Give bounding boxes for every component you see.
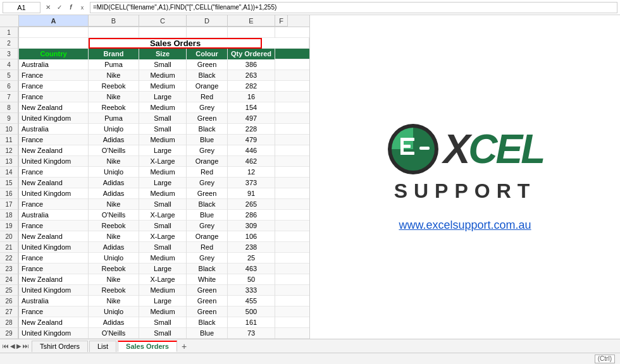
cell-e1[interactable] <box>228 27 275 38</box>
formula-input[interactable]: =MID(CELL("filename",A1),FIND("[",CELL("… <box>90 2 617 13</box>
cell-D19[interactable]: Grey <box>187 221 228 231</box>
cell-d1[interactable] <box>187 27 228 38</box>
row-num-5[interactable]: 5 <box>0 70 18 81</box>
cell-A8[interactable]: New Zealand <box>19 102 89 113</box>
cell-A19[interactable]: France <box>19 221 89 231</box>
cell-B28[interactable]: Adidas <box>89 317 139 328</box>
cell-E29[interactable]: 73 <box>228 328 275 339</box>
header-brand[interactable]: Brand <box>89 49 139 59</box>
cell-D17[interactable]: Black <box>187 199 228 210</box>
cell-E12[interactable]: 446 <box>228 145 275 156</box>
cell-A24[interactable]: New Zealand <box>19 274 89 285</box>
cell-B12[interactable]: O'Neills <box>89 145 139 156</box>
cell-A6[interactable]: France <box>19 81 89 92</box>
cell-A21[interactable]: United Kingdom <box>19 242 89 253</box>
cell-E4[interactable]: 386 <box>228 59 275 70</box>
cell-D14[interactable]: Red <box>187 167 228 178</box>
col-header-b[interactable]: B <box>89 15 139 27</box>
cell-a2[interactable] <box>19 38 89 49</box>
cell-a1[interactable] <box>19 27 89 38</box>
cell-A13[interactable]: United Kingdom <box>19 156 89 167</box>
cell-E24[interactable]: 50 <box>228 274 275 285</box>
cell-A20[interactable]: New Zealand <box>19 231 89 242</box>
cell-C14[interactable]: Medium <box>139 167 187 178</box>
row-num-2[interactable]: 2 <box>0 38 18 49</box>
cell-D10[interactable]: Black <box>187 124 228 135</box>
cell-D26[interactable]: Green <box>187 296 228 306</box>
cell-B13[interactable]: Nike <box>89 156 139 167</box>
cell-E16[interactable]: 91 <box>228 188 275 199</box>
cell-D20[interactable]: Orange <box>187 231 228 242</box>
cell-D29[interactable]: Blue <box>187 328 228 339</box>
cell-B25[interactable]: Reebok <box>89 285 139 296</box>
cell-B22[interactable]: Uniqlo <box>89 253 139 264</box>
cell-E5[interactable]: 263 <box>228 70 275 81</box>
next-sheet-icon[interactable]: ▶ <box>16 343 22 349</box>
cell-A27[interactable]: France <box>19 306 89 317</box>
row-num-3[interactable]: 3 <box>0 49 18 59</box>
cell-B27[interactable]: Uniqlo <box>89 306 139 317</box>
tab-list[interactable]: List <box>89 341 116 352</box>
cell-C20[interactable]: X-Large <box>139 231 187 242</box>
cell-D28[interactable]: Black <box>187 317 228 328</box>
function-icon[interactable]: f <box>66 3 76 13</box>
cell-b1[interactable] <box>89 27 139 38</box>
cell-B9[interactable]: Puma <box>89 113 139 124</box>
cell-D6[interactable]: Orange <box>187 81 228 92</box>
cell-C21[interactable]: Small <box>139 242 187 253</box>
row-num-10[interactable]: 10 <box>0 124 18 135</box>
cell-A18[interactable]: Australia <box>19 210 89 221</box>
cell-A9[interactable]: United Kingdom <box>19 113 89 124</box>
cell-A23[interactable]: France <box>19 264 89 274</box>
cell-A10[interactable]: Australia <box>19 124 89 135</box>
cell-C19[interactable]: Small <box>139 221 187 231</box>
row-num-9[interactable]: 9 <box>0 113 18 124</box>
cell-D7[interactable]: Red <box>187 92 228 102</box>
row-num-14[interactable]: 14 <box>0 167 18 178</box>
cell-C25[interactable]: Medium <box>139 285 187 296</box>
cell-C28[interactable]: Small <box>139 317 187 328</box>
cell-A26[interactable]: Australia <box>19 296 89 306</box>
row-num-25[interactable]: 25 <box>0 285 18 296</box>
cell-A25[interactable]: United Kingdom <box>19 285 89 296</box>
row-num-15[interactable]: 15 <box>0 178 18 188</box>
cell-e2[interactable] <box>262 38 309 49</box>
cell-D13[interactable]: Orange <box>187 156 228 167</box>
header-qty[interactable]: Qty Ordered <box>228 49 275 59</box>
cell-B18[interactable]: O'Neills <box>89 210 139 221</box>
cell-C4[interactable]: Small <box>139 59 187 70</box>
cell-A29[interactable]: United Kingdom <box>19 328 89 339</box>
row-num-21[interactable]: 21 <box>0 242 18 253</box>
cell-B15[interactable]: Adidas <box>89 178 139 188</box>
cell-B4[interactable]: Puma <box>89 59 139 70</box>
first-sheet-icon[interactable]: ⏮ <box>3 343 9 349</box>
cell-D9[interactable]: Green <box>187 113 228 124</box>
cell-E27[interactable]: 500 <box>228 306 275 317</box>
cell-C24[interactable]: X-Large <box>139 274 187 285</box>
row-num-7[interactable]: 7 <box>0 92 18 102</box>
row-num-13[interactable]: 13 <box>0 156 18 167</box>
title-cell[interactable]: Sales Orders <box>89 38 262 49</box>
cell-B5[interactable]: Nike <box>89 70 139 81</box>
row-num-29[interactable]: 29 <box>0 328 18 339</box>
row-num-19[interactable]: 19 <box>0 221 18 231</box>
row-num-6[interactable]: 6 <box>0 81 18 92</box>
cell-C26[interactable]: Large <box>139 296 187 306</box>
cell-D25[interactable]: Green <box>187 285 228 296</box>
row-num-8[interactable]: 8 <box>0 102 18 113</box>
cell-B8[interactable]: Reebok <box>89 102 139 113</box>
row-num-16[interactable]: 16 <box>0 188 18 199</box>
cell-C23[interactable]: Large <box>139 264 187 274</box>
cell-C22[interactable]: Medium <box>139 253 187 264</box>
cell-B23[interactable]: Reebok <box>89 264 139 274</box>
cell-B14[interactable]: Uniqlo <box>89 167 139 178</box>
row-num-20[interactable]: 20 <box>0 231 18 242</box>
cell-D4[interactable]: Green <box>187 59 228 70</box>
cell-C6[interactable]: Medium <box>139 81 187 92</box>
row-num-17[interactable]: 17 <box>0 199 18 210</box>
cell-C11[interactable]: Medium <box>139 135 187 145</box>
cell-B6[interactable]: Reebok <box>89 81 139 92</box>
cell-E14[interactable]: 12 <box>228 167 275 178</box>
cell-D15[interactable]: Grey <box>187 178 228 188</box>
cell-B19[interactable]: Reebok <box>89 221 139 231</box>
